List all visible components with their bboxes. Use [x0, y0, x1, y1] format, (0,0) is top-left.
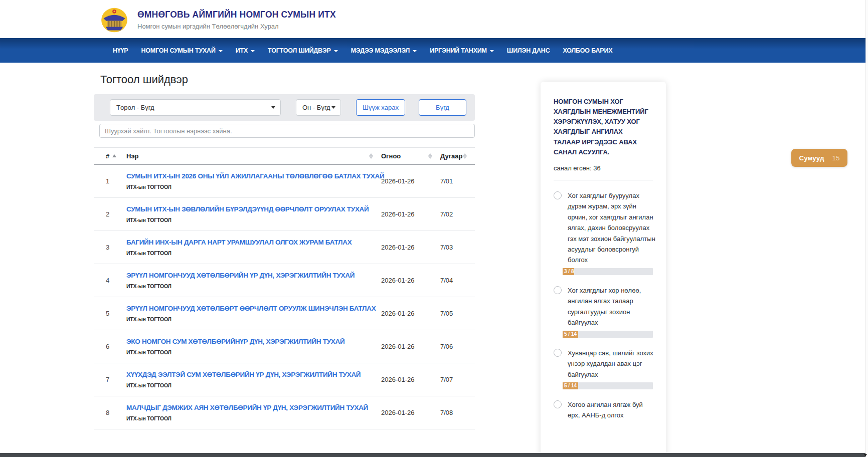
divider: [554, 180, 653, 180]
sort-asc-icon[interactable]: [112, 154, 116, 157]
row-number: 7/03: [440, 244, 475, 251]
chevron-down-icon: [334, 50, 338, 52]
column-header-date[interactable]: Огноо: [381, 152, 440, 160]
resolution-link[interactable]: ЭРҮҮЛ НОМГОНЧУУД ХӨТӨЛБӨРИЙН ҮР ДҮН, ХЭР…: [126, 272, 381, 279]
main-navbar: НҮҮР НОМГОН СУМЫН ТУХАЙ ИТХ ТОГТООЛ ШИЙД…: [0, 38, 868, 63]
nav-item[interactable]: МЭДЭЭ МЭДЭЭЛЭЛ: [344, 38, 424, 63]
radio-button[interactable]: [554, 349, 562, 357]
column-header-index[interactable]: #: [106, 152, 126, 160]
row-date: 2026-01-26: [381, 310, 440, 317]
row-index: 2: [106, 210, 126, 218]
row-date: 2026-01-26: [381, 343, 440, 350]
nav-item-label: НОМГОН СУМЫН ТУХАЙ: [141, 47, 215, 54]
scrollbar-down-arrow-icon[interactable]: [864, 454, 867, 456]
search-input[interactable]: [99, 124, 475, 138]
sums-floating-button[interactable]: Сумууд 15: [791, 149, 847, 167]
poll-votes-count: санал өгсөн: 36: [554, 164, 660, 172]
row-index: 8: [106, 409, 126, 416]
year-select-value: Он - Бүгд: [302, 104, 330, 111]
resolution-type-label: ИТХ-ын ТОГТООЛ: [126, 284, 381, 289]
nav-item[interactable]: ШИЛЭН ДАНС: [500, 38, 557, 63]
resolution-type-label: ИТХ-ын ТОГТООЛ: [126, 416, 381, 421]
row-number: 7/05: [440, 310, 475, 317]
resolution-link[interactable]: ЭРҮҮЛ НОМГОНЧУУД ХӨТӨЛБӨРТ ӨӨРЧЛӨЛТ ОРУУ…: [126, 305, 381, 312]
row-date: 2026-01-26: [381, 409, 440, 416]
filter-view-button[interactable]: Шүүж харах: [356, 99, 405, 116]
nav-item-label: ШИЛЭН ДАНС: [507, 47, 550, 54]
nav-item[interactable]: ИРГЭНИЙ ТАНХИМ: [423, 38, 500, 63]
radio-button[interactable]: [554, 286, 562, 294]
resolution-link[interactable]: СУМЫН ИТХ-ЫН 2026 ОНЫ ҮЙЛ АЖИЛЛАГААНЫ ТӨ…: [126, 173, 381, 180]
poll-result-value: 3 / 8: [564, 269, 574, 274]
page: ӨМНӨГОВЬ АЙМГИЙН НОМГОН СУМЫН ИТХ Номгон…: [0, 0, 868, 457]
poll-title: НОМГОН СУМЫН ХОГ ХАЯГДЛЫН МЕНЕЖМЕНТИЙГ Х…: [554, 97, 649, 157]
nav-item[interactable]: ХОЛБОО БАРИХ: [556, 38, 619, 63]
poll-result-value: 5 / 14: [564, 331, 577, 337]
filter-bar: Төрөл - Бүгд Он - Бүгд Шүүж харах Бүгд: [94, 94, 475, 121]
nav-item[interactable]: НҮҮР: [106, 38, 134, 63]
row-index: 5: [106, 310, 126, 317]
chevron-down-icon: [331, 106, 335, 109]
all-button[interactable]: Бүгд: [419, 99, 466, 116]
table-row: 6 ЭКО НОМГОН СУМ ХӨТӨЛБӨРИЙНҮР ДҮН, ХЭРЭ…: [94, 330, 475, 363]
sort-icon[interactable]: [428, 153, 432, 159]
table-header: # Нэр Огноо Дугаар: [94, 147, 475, 165]
chevron-down-icon: [219, 50, 223, 52]
row-date: 2026-01-26: [381, 244, 440, 251]
resolution-type-label: ИТХ-ын ТОГТООЛ: [126, 251, 381, 256]
scrollbar-track[interactable]: [865, 0, 868, 457]
poll-result-bar: 3 / 8: [563, 268, 653, 275]
poll-card: НОМГОН СУМЫН ХОГ ХАЯГДЛЫН МЕНЕЖМЕНТИЙГ Х…: [541, 82, 666, 457]
footer-edge: [0, 453, 868, 457]
table-row: 1 СУМЫН ИТХ-ЫН 2026 ОНЫ ҮЙЛ АЖИЛЛАГААНЫ …: [94, 165, 475, 198]
table-body: 1 СУМЫН ИТХ-ЫН 2026 ОНЫ ҮЙЛ АЖИЛЛАГААНЫ …: [94, 165, 475, 429]
poll-option-label: Хог хаягдлыг хор нөлөө, ангилан ялгах та…: [568, 285, 656, 328]
chevron-down-icon: [251, 50, 255, 52]
sort-icon[interactable]: [369, 153, 373, 159]
poll-option-label: Хуванцар сав, шилийг зохих үнээр худалда…: [568, 348, 656, 380]
resolution-link[interactable]: ЭКО НОМГОН СУМ ХӨТӨЛБӨРИЙНҮР ДҮН, ХЭРЭГЖ…: [126, 338, 381, 345]
nav-item-label: ИРГЭНИЙ ТАНХИМ: [430, 47, 487, 54]
resolution-link[interactable]: БАГИЙН ИНХ-ЫН ДАРГА НАРТ УРАМШУУЛАЛ ОЛГО…: [126, 239, 381, 246]
chevron-down-icon: [271, 106, 275, 109]
year-select[interactable]: Он - Бүгд: [296, 99, 341, 116]
radio-button[interactable]: [554, 400, 562, 408]
site-title: ӨМНӨГОВЬ АЙМГИЙН НОМГОН СУМЫН ИТХ: [137, 10, 336, 20]
row-number: 7/06: [440, 343, 475, 350]
resolution-link[interactable]: СУМЫН ИТХ-ЫН ЗӨВЛӨЛИЙН БҮРЭЛДЭҮҮНД ӨӨРЧЛ…: [126, 206, 381, 213]
row-index: 6: [106, 343, 126, 350]
resolution-type-label: ИТХ-ын ТОГТООЛ: [126, 217, 381, 223]
poll-result-value: 5 / 14: [564, 383, 577, 388]
poll-option: Хогоо ангилан ялгаж буй өрх, ААНБ-д олго…: [554, 399, 660, 421]
resolution-link[interactable]: МАЛЧДЫГ ДЭМЖИХ АЯН ХӨТӨЛБӨРИЙН ҮР ДҮН, Х…: [126, 404, 381, 411]
row-date: 2026-01-26: [381, 376, 440, 383]
sums-label: Сумууд: [799, 154, 824, 162]
nav-item-label: ТОГТООЛ ШИЙДВЭР: [268, 47, 331, 54]
nav-item[interactable]: ТОГТООЛ ШИЙДВЭР: [261, 38, 344, 63]
chevron-down-icon: [490, 50, 494, 52]
nav-item[interactable]: ИТХ: [229, 38, 261, 63]
row-index: 4: [106, 277, 126, 284]
row-number: 7/04: [440, 277, 475, 284]
poll-result-bar: 5 / 14: [563, 331, 653, 338]
row-index: 1: [106, 177, 126, 185]
site-header: ӨМНӨГОВЬ АЙМГИЙН НОМГОН СУМЫН ИТХ Номгон…: [0, 0, 868, 38]
row-date: 2026-01-26: [381, 177, 440, 185]
column-header-name[interactable]: Нэр: [126, 152, 381, 160]
nav-item[interactable]: НОМГОН СУМЫН ТУХАЙ: [134, 38, 229, 63]
poll-option-label: Хог хаягдлыг бууруулах дүрэм журам, эрх …: [568, 190, 656, 266]
site-subtitle: Номгон сумын иргэдийн Төлөөлөгчдийн Хура…: [137, 23, 336, 30]
nav-item-label: ХОЛБОО БАРИХ: [563, 47, 612, 54]
table-row: 2 СУМЫН ИТХ-ЫН ЗӨВЛӨЛИЙН БҮРЭЛДЭҮҮНД ӨӨР…: [94, 198, 475, 231]
type-select-value: Төрөл - Бүгд: [116, 104, 154, 111]
type-select[interactable]: Төрөл - Бүгд: [110, 99, 281, 116]
chevron-down-icon: [413, 50, 417, 52]
municipality-logo-icon: [100, 6, 128, 34]
row-number: 7/01: [440, 177, 475, 185]
sort-icon[interactable]: [463, 153, 467, 159]
row-date: 2026-01-26: [381, 210, 440, 218]
radio-button[interactable]: [554, 191, 562, 199]
column-header-number[interactable]: Дугаар: [440, 152, 475, 160]
resolution-link[interactable]: ХҮҮХДЭД ЭЭЛТЭЙ СУМ ХӨТӨЛБӨРИЙН ҮР ДҮН, Х…: [126, 371, 381, 378]
table-row: 3 БАГИЙН ИНХ-ЫН ДАРГА НАРТ УРАМШУУЛАЛ ОЛ…: [94, 231, 475, 264]
